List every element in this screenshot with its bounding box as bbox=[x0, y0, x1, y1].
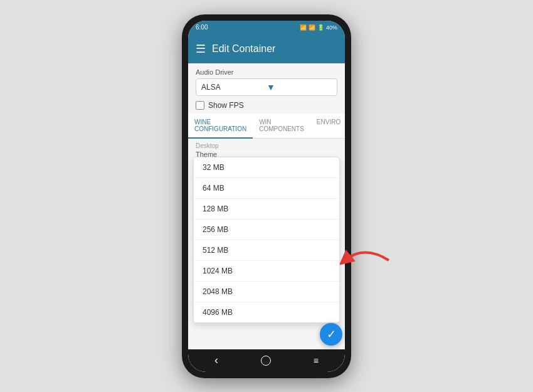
status-icons: 📶 📶 🔋 40% bbox=[300, 24, 337, 31]
fields-scroll: Theme S ▼ B ▼ bbox=[188, 151, 345, 349]
tab-win-components[interactable]: WIN COMPONENTS bbox=[253, 114, 310, 138]
content-area: Audio Driver ALSA ▼ Show FPS WINE CONFIG… bbox=[188, 63, 345, 349]
menu-icon[interactable]: ☰ bbox=[196, 43, 206, 55]
fields-container: Theme S ▼ B ▼ bbox=[188, 151, 345, 285]
phone-frame: 6:00 📶 📶 🔋 40% ☰ Edit Container Audio Dr… bbox=[182, 14, 351, 378]
option-512mb[interactable]: 512 MB bbox=[194, 240, 339, 261]
recents-button[interactable]: ≡ bbox=[314, 356, 319, 366]
option-128mb[interactable]: 128 MB bbox=[194, 199, 339, 220]
audio-driver-value: ALSA bbox=[201, 83, 266, 92]
desktop-section-header: Desktop bbox=[188, 139, 345, 151]
home-button[interactable] bbox=[261, 356, 271, 366]
tab-enviro[interactable]: ENVIRO bbox=[310, 114, 345, 138]
option-64mb[interactable]: 64 MB bbox=[194, 178, 339, 199]
audio-driver-label: Audio Driver bbox=[196, 68, 337, 76]
option-1024mb[interactable]: 1024 MB bbox=[194, 261, 339, 282]
status-bar: 6:00 📶 📶 🔋 40% bbox=[188, 21, 345, 34]
status-time: 6:00 bbox=[196, 24, 208, 31]
option-2048mb[interactable]: 2048 MB bbox=[194, 282, 339, 302]
back-button[interactable]: ‹ bbox=[214, 354, 218, 367]
option-256mb[interactable]: 256 MB bbox=[194, 220, 339, 240]
tabs-bar: WINE CONFIGURATION WIN COMPONENTS ENVIRO bbox=[188, 114, 345, 139]
app-bar: ☰ Edit Container bbox=[188, 34, 345, 63]
nav-bar: ‹ ≡ bbox=[188, 349, 345, 372]
show-fps-checkbox[interactable] bbox=[196, 101, 204, 110]
audio-driver-section: Audio Driver ALSA ▼ bbox=[188, 63, 345, 98]
show-fps-row: Show FPS bbox=[188, 98, 345, 112]
phone-screen: 6:00 📶 📶 🔋 40% ☰ Edit Container Audio Dr… bbox=[188, 21, 345, 372]
audio-driver-dropdown[interactable]: ALSA ▼ bbox=[196, 78, 337, 96]
option-32mb[interactable]: 32 MB bbox=[194, 157, 339, 178]
fab-button[interactable]: ✓ bbox=[320, 323, 342, 346]
tab-wine-configuration[interactable]: WINE CONFIGURATION bbox=[188, 114, 253, 139]
option-4096mb[interactable]: 4096 MB bbox=[194, 302, 339, 322]
memory-dropdown-popup: 32 MB 64 MB 128 MB 256 MB 512 MB 1024 MB… bbox=[193, 157, 340, 323]
red-arrow-indicator bbox=[339, 238, 395, 282]
show-fps-label: Show FPS bbox=[208, 101, 244, 110]
audio-driver-arrow-icon: ▼ bbox=[266, 82, 332, 92]
fab-check-icon: ✓ bbox=[327, 327, 336, 341]
app-bar-title: Edit Container bbox=[212, 43, 275, 55]
